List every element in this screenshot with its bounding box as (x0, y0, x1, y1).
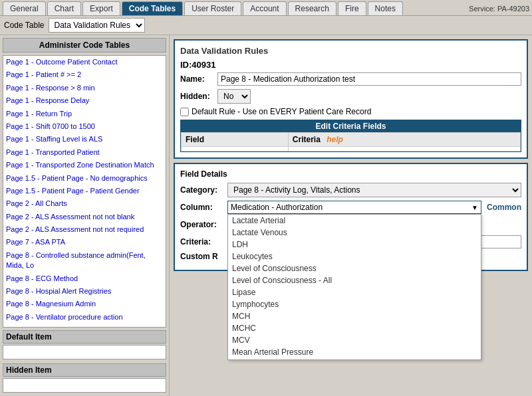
list-item[interactable]: Page 8 - Ventilator procedure action (3, 311, 166, 324)
ecf-field-cell[interactable] (182, 147, 289, 151)
data-validation-rules-box: Data Validation Rules ID:40931 Name: Hid… (174, 39, 528, 159)
tab-account[interactable]: Account (243, 1, 286, 15)
fd-column-row: Column: Medication - Authorization ▼ Lac… (180, 201, 521, 214)
fd-title: Field Details (180, 169, 521, 179)
dropdown-item[interactable]: Lactate Arterial (228, 215, 481, 227)
hidden-item-section: Hidden Item (3, 363, 166, 394)
dvr-title: Data Validation Rules (180, 46, 521, 56)
common-label: Common (487, 203, 521, 212)
fd-column-dropdown-list[interactable]: Lactate Arterial Lactate Venous LDH Leuk… (227, 214, 481, 360)
table-row (182, 147, 521, 151)
tab-research[interactable]: Research (288, 1, 336, 15)
dvr-default-rule-label: Default Rule - Use on EVERY Patient Care… (192, 107, 371, 116)
fd-operator-label: Operator: (180, 220, 223, 229)
fd-column-label: Column: (180, 203, 223, 212)
chevron-down-icon[interactable]: ▼ (471, 204, 478, 211)
dropdown-item[interactable]: Lipase (228, 286, 481, 298)
dropdown-item[interactable]: Mean Arterial Pressure (228, 346, 481, 358)
list-item[interactable]: Page 1 - Patient # >= 2 (3, 68, 166, 81)
ecf-col-field: Field (182, 133, 289, 147)
list-item[interactable]: Page 8 - ECG Method (3, 272, 166, 285)
dropdown-item[interactable]: Level of Consciousness (228, 262, 481, 274)
list-item[interactable]: Page 8 - Magnesium Admin (3, 298, 166, 310)
dvr-hidden-row: Hidden: No Yes (180, 89, 521, 104)
default-item-section: Default Item (3, 330, 166, 361)
ecf-criteria-hint[interactable]: help (327, 135, 343, 144)
list-item[interactable]: Page 9 - Chart Has Attachment (3, 324, 166, 328)
list-item[interactable]: Page 2 - All Charts (3, 197, 166, 210)
tab-notes[interactable]: Notes (368, 1, 403, 15)
fd-category-select[interactable]: Page 8 - Activity Log, Vitals, Actions (227, 183, 521, 197)
default-item-title: Default Item (3, 330, 166, 344)
dropdown-item[interactable]: Mean Arterial Pressure - All (228, 358, 481, 360)
dvr-hidden-select[interactable]: No Yes (217, 89, 251, 104)
hidden-item-value[interactable] (3, 378, 166, 393)
fd-custom-r-label: Custom R (180, 252, 223, 261)
dropdown-item[interactable]: MCV (228, 334, 481, 346)
tab-chart[interactable]: Chart (47, 1, 81, 15)
hidden-item-title: Hidden Item (3, 363, 166, 377)
sidebar-list[interactable]: Page 1 - Outcome Patient Contact Page 1 … (3, 55, 166, 328)
list-item[interactable]: Page 7 - ASA PTA (3, 236, 166, 248)
list-item[interactable]: Page 1.5 - Patient Page - No demographic… (3, 172, 166, 185)
content-area: Data Validation Rules ID:40931 Name: Hid… (170, 35, 532, 396)
list-item[interactable]: Page 1 - Response Delay (3, 94, 166, 107)
list-item[interactable]: Page 1 - Outcome Patient Contact (3, 56, 166, 68)
dvr-name-row: Name: (180, 72, 521, 86)
fd-column-dropdown-container: Medication - Authorization ▼ Lactate Art… (227, 201, 481, 214)
second-row: Code Table Data Validation Rules (0, 16, 532, 35)
ecf-header: Edit Criteria Fields (181, 120, 521, 132)
dvr-hidden-label: Hidden: (180, 92, 213, 101)
ecf-col-criteria: Criteria help (288, 133, 520, 147)
fd-category-label: Category: (180, 185, 223, 195)
default-item-value[interactable] (3, 345, 166, 359)
list-item[interactable]: Page 1 - Shift 0700 to 1500 (3, 120, 166, 133)
tab-code-tables[interactable]: Code Tables (122, 1, 183, 15)
list-item[interactable]: Page 2 - ALS Assessment not not blank (3, 211, 166, 223)
edit-criteria-fields-box: Edit Criteria Fields Field Criteria help (180, 120, 521, 152)
dvr-checkbox-row: Default Rule - Use on EVERY Patient Care… (180, 107, 521, 116)
list-item[interactable]: Page 8 - Hospial Alert Registries (3, 285, 166, 298)
fd-column-display[interactable]: Medication - Authorization ▼ (227, 201, 481, 214)
fd-criteria-label: Criteria: (180, 237, 223, 247)
tab-general[interactable]: General (3, 1, 46, 15)
dropdown-item[interactable]: Leukocytes (228, 250, 481, 262)
fd-category-row: Category: Page 8 - Activity Log, Vitals,… (180, 183, 521, 197)
ecf-criteria-cell[interactable] (288, 147, 520, 151)
dropdown-item[interactable]: MCHC (228, 322, 481, 334)
field-details-box: Field Details Category: Page 8 - Activit… (174, 163, 528, 271)
list-item[interactable]: Page 1 - Transported Patient (3, 146, 166, 159)
dropdown-item[interactable]: MCH (228, 310, 481, 322)
dropdown-item[interactable]: Lactate Venous (228, 227, 481, 239)
sidebar: Administer Code Tables Page 1 - Outcome … (0, 35, 170, 396)
dvr-id: ID:40931 (180, 60, 521, 70)
dvr-name-input[interactable] (217, 72, 521, 86)
tab-export[interactable]: Export (82, 1, 120, 15)
dropdown-item[interactable]: LDH (228, 239, 481, 250)
top-navigation: General Chart Export Code Tables User Ro… (0, 0, 532, 16)
main-layout: Administer Code Tables Page 1 - Outcome … (0, 35, 532, 396)
code-table-select[interactable]: Data Validation Rules (49, 18, 145, 33)
list-item[interactable]: Page 1 - Response > 8 min (3, 82, 166, 94)
tab-fire[interactable]: Fire (338, 1, 366, 15)
list-item[interactable]: Page 8 - Controlled substance admin(Fent… (3, 249, 166, 272)
fd-column-value: Medication - Authorization (231, 203, 471, 212)
service-label: Service: PA-49203 (469, 5, 529, 13)
ecf-table: Field Criteria help (181, 132, 521, 151)
list-item[interactable]: Page 2 - ALS Assessment not not required (3, 223, 166, 236)
list-item[interactable]: Page 1.5 - Patient Page - Patient Gender (3, 185, 166, 197)
sidebar-title: Administer Code Tables (3, 38, 166, 52)
list-item[interactable]: Page 1 - Transported Zone Destination Ma… (3, 159, 166, 171)
dvr-name-label: Name: (180, 74, 213, 84)
dropdown-item[interactable]: Level of Consciousness - All (228, 274, 481, 286)
list-item[interactable]: Page 1 - Staffing Level is ALS (3, 133, 166, 146)
dropdown-item[interactable]: Lymphocytes (228, 298, 481, 310)
dvr-default-rule-checkbox[interactable] (180, 108, 189, 116)
list-item[interactable]: Page 1 - Return Trip (3, 108, 166, 120)
code-table-label: Code Table (4, 21, 45, 30)
tab-user-roster[interactable]: User Roster (184, 1, 241, 15)
